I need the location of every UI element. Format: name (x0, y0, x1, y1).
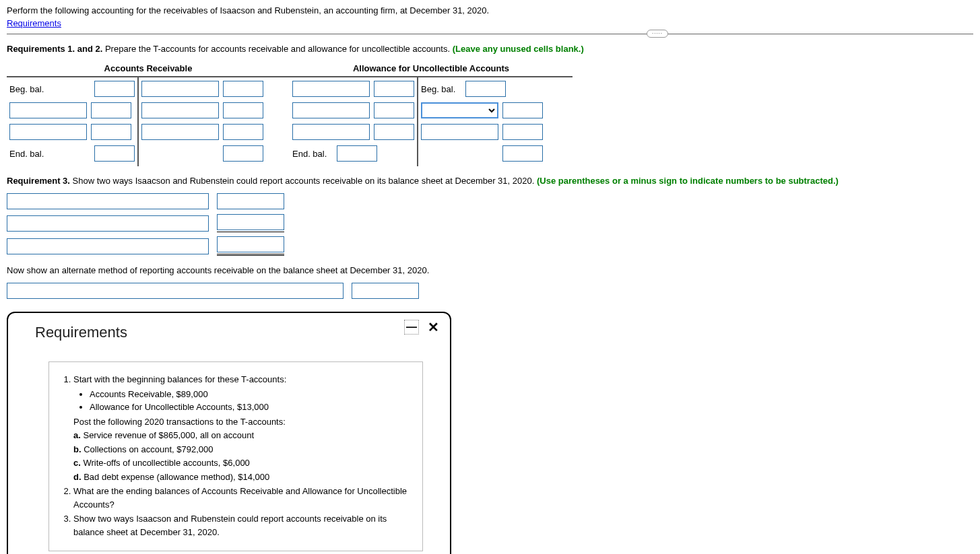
req3-method1-table (7, 193, 973, 256)
ar-beg-bal-input[interactable] (94, 81, 135, 97)
req3-heading: Requirement 3. Show two ways Isaacson an… (7, 176, 973, 186)
au-debit-amt-1[interactable] (374, 102, 414, 118)
req-item-2: What are the ending balances of Accounts… (73, 485, 410, 511)
requirements-popup: Requirements — ✕ Start with the beginnin… (7, 312, 451, 554)
req12-heading: Requirements 1. and 2. Prepare the T-acc… (7, 44, 973, 54)
au-title: Allowance for Uncollectible Accounts (290, 61, 573, 77)
req1-bullets: Accounts Receivable, $89,000 Allowance f… (90, 388, 410, 414)
req1-c: Write-offs of uncollectible accounts, $6… (83, 458, 249, 468)
req3-alt-amt[interactable] (352, 283, 419, 299)
popup-title: Requirements (35, 324, 127, 341)
req3-method2-row (7, 282, 973, 300)
close-button[interactable]: ✕ (426, 320, 440, 335)
au-debit-desc-1[interactable] (292, 102, 370, 118)
req1-b: Collections on account, $792,000 (84, 444, 213, 454)
au-credit-end-input[interactable] (502, 145, 543, 162)
req12-lead-bold: Requirements 1. and 2. (7, 44, 102, 54)
au-credit-select-1[interactable] (421, 102, 498, 118)
requirements-list: Start with the beginning balances for th… (61, 373, 410, 539)
req1-lead: Start with the beginning balances for th… (73, 374, 286, 384)
req1-transactions: a. Service revenue of $865,000, all on a… (73, 429, 410, 483)
ar-end-bal-label: End. bal. (9, 149, 90, 159)
ar-debit-amt-2[interactable] (91, 124, 131, 140)
au-beg-bal-input[interactable] (465, 81, 506, 97)
popup-header: Requirements — ✕ (8, 313, 450, 348)
ar-credit-amt-2[interactable] (223, 124, 263, 140)
ar-debit-amt-1[interactable] (91, 102, 131, 118)
req3-lead-bold: Requirement 3. (7, 176, 70, 186)
req3-amt-2[interactable] (217, 214, 284, 230)
popup-controls: — ✕ (404, 320, 440, 335)
req1-a: Service revenue of $865,000, all on acco… (83, 430, 254, 440)
ar-end-bal-input[interactable] (94, 145, 135, 162)
au-credit-amt-1[interactable] (502, 102, 543, 118)
req1-bullet-1: Accounts Receivable, $89,000 (90, 388, 410, 401)
req3-lead-text: Show two ways Isaacson and Rubenstein co… (70, 176, 537, 186)
req3-alt-desc[interactable] (7, 283, 344, 299)
ar-credit-amt-0[interactable] (223, 81, 263, 97)
ar-beg-bal-label: Beg. bal. (9, 84, 90, 94)
au-beg-bal-label: Beg. bal. (421, 84, 461, 94)
req12-lead-text: Prepare the T-accounts for accounts rece… (102, 44, 452, 54)
ar-debit-side: Beg. bal. End. bal. (7, 77, 139, 166)
ar-debit-desc-2[interactable] (9, 124, 87, 140)
requirements-link[interactable]: Requirements (7, 18, 61, 28)
req3-lead-green: (Use parentheses or a minus sign to indi… (537, 176, 839, 186)
ar-credit-desc-1[interactable] (141, 102, 219, 118)
req3-desc-2[interactable] (7, 215, 209, 232)
req12-lead-green: (Leave any unused cells blank.) (453, 44, 584, 54)
ar-credit-amt-3[interactable] (223, 145, 263, 162)
ar-credit-desc-2[interactable] (141, 124, 219, 140)
t-account-ar: Accounts Receivable Beg. bal. End. bal. (7, 61, 290, 166)
req1-post: Post the following 2020 transactions to … (73, 415, 410, 429)
au-credit-desc-2[interactable] (421, 124, 498, 140)
req1-bullet-2: Allowance for Uncollectible Accounts, $1… (90, 401, 410, 414)
req3-amt-1[interactable] (217, 193, 284, 209)
t-accounts-container: Accounts Receivable Beg. bal. End. bal. … (7, 61, 973, 166)
au-debit-amt-2[interactable] (374, 124, 414, 140)
minimize-button[interactable]: — (404, 320, 419, 335)
au-credit-side: Beg. bal. (418, 77, 546, 166)
req3-desc-3[interactable] (7, 238, 209, 254)
popup-body: Start with the beginning balances for th… (48, 361, 423, 551)
au-credit-amt-2[interactable] (502, 124, 543, 140)
au-debit-side: End. bal. (290, 77, 418, 166)
req3-desc-1[interactable] (7, 193, 209, 209)
separator-line (7, 34, 973, 34)
au-debit-amt-0[interactable] (374, 81, 414, 97)
ar-debit-desc-1[interactable] (9, 102, 87, 118)
req-item-3: Show two ways Isaacson and Rubenstein co… (73, 512, 410, 539)
intro-text: Perform the following accounting for the… (7, 5, 973, 15)
ar-credit-amt-1[interactable] (223, 102, 263, 118)
separator-handle[interactable]: ····· (647, 30, 668, 38)
req-item-1: Start with the beginning balances for th… (73, 373, 410, 483)
req3-amt-3[interactable] (217, 236, 284, 252)
au-end-bal-label-left: End. bal. (292, 149, 333, 159)
ar-credit-desc-0[interactable] (141, 81, 219, 97)
ar-title: Accounts Receivable (7, 61, 290, 77)
ar-credit-side (139, 77, 266, 166)
alt-method-text: Now show an alternate method of reportin… (7, 265, 973, 275)
au-debit-desc-0[interactable] (292, 81, 370, 97)
minimize-icon: — (406, 321, 417, 333)
au-debit-desc-2[interactable] (292, 124, 370, 140)
t-account-allowance: Allowance for Uncollectible Accounts End… (290, 61, 573, 166)
close-icon: ✕ (428, 319, 439, 335)
req1-d: Bad debt expense (allowance method), $14… (84, 472, 269, 482)
au-debit-end-input[interactable] (337, 145, 377, 162)
page-separator: ····· (7, 34, 973, 34)
